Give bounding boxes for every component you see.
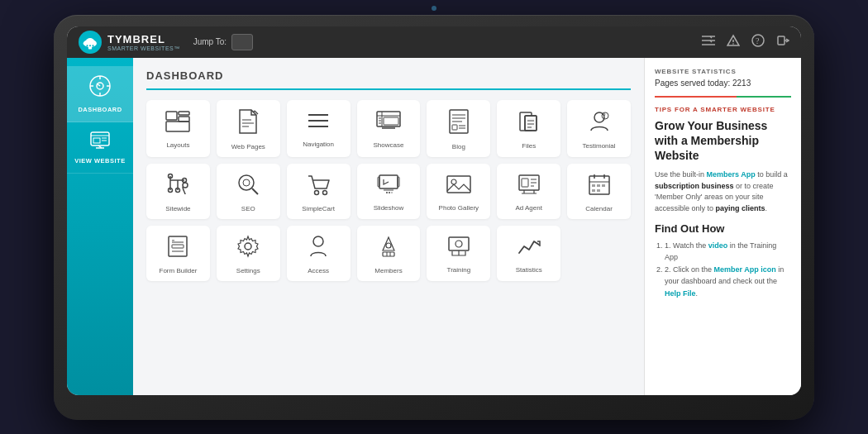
- icon-card-files[interactable]: Files: [497, 100, 560, 157]
- svg-rect-47: [377, 112, 400, 126]
- member-app-icon-link[interactable]: Member App icon: [714, 265, 776, 274]
- seo-label: SEO: [241, 205, 255, 212]
- training-label: Training: [447, 266, 471, 274]
- svg-point-115: [245, 243, 251, 250]
- svg-rect-91: [447, 176, 470, 193]
- svg-point-81: [243, 179, 250, 186]
- sitewide-label: Sitewide: [165, 205, 190, 212]
- svg-point-8: [92, 45, 93, 46]
- icon-card-sitewide[interactable]: Sitewide: [146, 164, 210, 219]
- svg-point-16: [732, 43, 734, 45]
- svg-rect-105: [592, 184, 595, 187]
- icon-card-ad-agent[interactable]: Ad Agent: [497, 164, 560, 219]
- icon-card-navigation[interactable]: Navigation: [287, 100, 351, 157]
- icon-card-seo[interactable]: SEO: [217, 164, 280, 219]
- main-area: DASHBOARD: [67, 58, 801, 395]
- app-container: TYMBREL SMARTER WEBSITES™ Jump To:: [67, 26, 801, 395]
- svg-rect-38: [166, 122, 189, 131]
- icon-card-photo-gallery[interactable]: Photo Gallery: [427, 164, 490, 219]
- training-icon: [446, 235, 471, 261]
- simplecart-label: SimpleCart: [302, 205, 335, 212]
- simplecart-icon: [305, 172, 331, 200]
- svg-rect-110: [169, 236, 187, 256]
- logo-icon: [79, 31, 102, 54]
- icon-card-members[interactable]: Members: [357, 226, 421, 281]
- svg-point-6: [86, 45, 88, 46]
- svg-point-78: [183, 183, 188, 188]
- logout-icon[interactable]: [776, 34, 789, 50]
- photo-gallery-label: Photo Gallery: [439, 204, 479, 212]
- svg-point-7: [89, 45, 91, 46]
- icon-card-access[interactable]: Access: [287, 226, 351, 281]
- icon-card-settings[interactable]: Settings: [217, 226, 280, 281]
- logo-text: TYMBREL SMARTER WEBSITES™: [107, 33, 180, 51]
- find-out-how-heading: Find Out How: [655, 222, 791, 235]
- stats-pages-value: 2213: [732, 79, 751, 88]
- blog-icon: [447, 108, 470, 138]
- testimonial-icon: ? ?: [587, 109, 612, 137]
- list-icon[interactable]: [702, 35, 715, 49]
- icon-card-web-pages[interactable]: Web Pages: [217, 100, 280, 157]
- svg-rect-63: [525, 116, 537, 131]
- statistics-icon: [516, 235, 542, 261]
- video-link[interactable]: video: [708, 241, 728, 250]
- warning-icon[interactable]: [727, 34, 740, 50]
- members-label: Members: [374, 267, 402, 274]
- svg-rect-85: [378, 177, 379, 187]
- icon-card-statistics[interactable]: Statistics: [497, 226, 560, 281]
- web-pages-icon: [236, 108, 260, 138]
- slideshow-label: Slideshow: [374, 204, 403, 212]
- settings-icon: [236, 234, 260, 262]
- icon-card-calendar[interactable]: Calendar: [567, 164, 631, 219]
- sidebar-item-view-website[interactable]: VIEW WEBSITE: [67, 122, 133, 174]
- sidebar-item-view-website-label: VIEW WEBSITE: [74, 157, 125, 165]
- icon-card-form-builder[interactable]: Form Builder: [146, 226, 210, 281]
- stats-pages-label: Pages served today:: [655, 79, 730, 88]
- svg-rect-119: [383, 252, 394, 256]
- icon-card-showcase[interactable]: Showcase: [357, 100, 421, 157]
- svg-text:?: ?: [603, 112, 606, 120]
- blog-label: Blog: [452, 143, 465, 150]
- members-app-link[interactable]: Members App: [707, 170, 756, 179]
- svg-rect-30: [93, 138, 100, 143]
- svg-rect-108: [592, 189, 595, 192]
- icon-card-testimonial[interactable]: ? ? Testimonial: [567, 100, 631, 157]
- dashboard-icon: [88, 74, 112, 103]
- ad-agent-label: Ad Agent: [515, 204, 541, 212]
- showcase-icon: [375, 110, 402, 136]
- svg-text:?: ?: [756, 36, 760, 45]
- svg-rect-19: [778, 36, 785, 45]
- settings-label: Settings: [236, 267, 260, 274]
- svg-point-116: [313, 236, 323, 246]
- icon-card-layouts[interactable]: Layouts: [146, 100, 210, 157]
- sidebar-item-dashboard[interactable]: DASHBOARD: [67, 66, 133, 122]
- navigation-icon: [305, 111, 331, 136]
- access-icon: [307, 234, 330, 262]
- navigation-label: Navigation: [303, 141, 334, 148]
- jump-to-area: Jump To:: [193, 34, 253, 50]
- tips-list: 1. Watch the video in the Training App 2…: [655, 240, 791, 299]
- help-file-link[interactable]: Help File: [665, 289, 696, 298]
- camera-dot: [432, 6, 436, 11]
- svg-point-4: [86, 38, 94, 44]
- help-icon[interactable]: ?: [751, 34, 765, 50]
- jump-select[interactable]: [231, 34, 253, 50]
- laptop-frame: TYMBREL SMARTER WEBSITES™ Jump To:: [54, 15, 814, 420]
- stats-value: Pages served today: 2213: [655, 79, 791, 88]
- svg-rect-35: [166, 112, 177, 120]
- icon-card-simplecart[interactable]: SimpleCart: [287, 164, 351, 219]
- statistics-label: Statistics: [516, 266, 542, 274]
- svg-rect-59: [452, 125, 457, 130]
- svg-point-90: [391, 192, 393, 193]
- svg-rect-50: [384, 117, 398, 125]
- svg-point-79: [239, 175, 254, 190]
- svg-rect-112: [172, 245, 184, 248]
- icon-grid-row-2: Sitewide SEO: [146, 164, 631, 219]
- icon-card-slideshow[interactable]: Slideshow: [357, 164, 421, 219]
- sidebar-item-dashboard-label: DASHBOARD: [78, 106, 122, 113]
- access-label: Access: [308, 267, 329, 274]
- icon-grid-row-3: Form Builder Settings: [146, 226, 631, 281]
- icon-card-blog[interactable]: Blog: [427, 100, 490, 157]
- icon-card-training[interactable]: Training: [427, 226, 490, 281]
- web-pages-label: Web Pages: [231, 143, 265, 150]
